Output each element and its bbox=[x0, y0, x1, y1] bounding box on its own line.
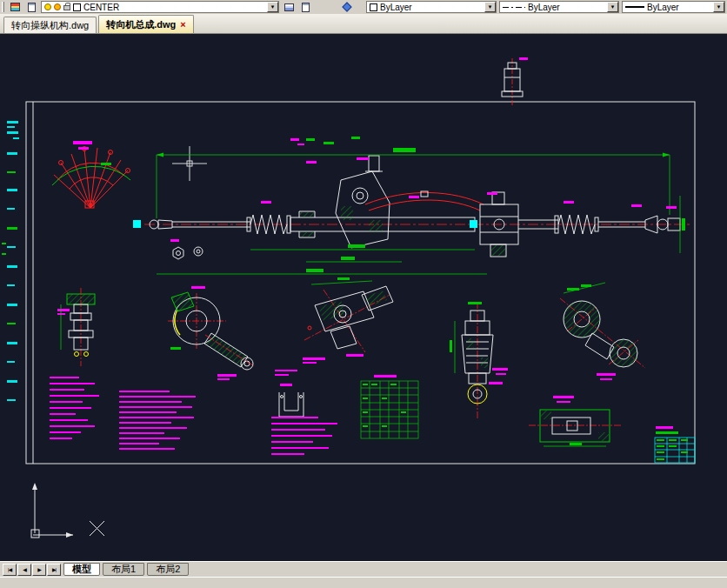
layout-tab-bar: |◀ ◀ ▶ ▶| 模型 布局1 布局2 bbox=[0, 561, 727, 577]
layer-sheet-icon bbox=[28, 3, 36, 12]
make-layer-current-button[interactable] bbox=[8, 1, 22, 13]
lineweight-dropdown-arrow-icon[interactable]: ▼ bbox=[713, 2, 724, 12]
status-bar bbox=[0, 577, 727, 588]
drawing-area[interactable] bbox=[0, 34, 727, 561]
lineweight-sample-icon bbox=[625, 6, 644, 8]
drawing-canvas[interactable] bbox=[0, 34, 727, 561]
layer-on-icon bbox=[44, 3, 51, 10]
linetype-dropdown-arrow-icon[interactable]: ▼ bbox=[607, 2, 618, 12]
layout2-tab[interactable]: 布局2 bbox=[147, 563, 189, 576]
layer-states-button[interactable] bbox=[298, 1, 312, 13]
file-tab-bar: 转向操纵机构.dwg 转向机总成.dwg × bbox=[0, 14, 727, 34]
file-tab-active[interactable]: 转向机总成.dwg × bbox=[98, 15, 194, 33]
diamond-icon bbox=[342, 2, 351, 11]
current-layer-name: CENTER bbox=[83, 3, 119, 12]
layers-icon bbox=[10, 3, 20, 11]
layer-properties-button[interactable] bbox=[24, 1, 38, 13]
layer-thaw-icon bbox=[54, 3, 61, 10]
file-tab-inactive[interactable]: 转向操纵机构.dwg bbox=[3, 17, 97, 33]
linetype-dropdown[interactable]: ByLayer ▼ bbox=[499, 1, 619, 13]
layer-stack-icon bbox=[284, 3, 294, 11]
current-color: ByLayer bbox=[380, 3, 412, 12]
next-tab-button[interactable]: ▶ bbox=[32, 564, 46, 576]
file-tab-label: 转向操纵机构.dwg bbox=[11, 19, 89, 32]
layer-dropdown[interactable]: CENTER ▼ bbox=[41, 1, 279, 13]
grip-point[interactable] bbox=[470, 220, 477, 228]
object-properties-toolbar: CENTER ▼ ByLayer ▼ ByLayer ▼ ByLayer ▼ bbox=[0, 0, 727, 14]
model-tab[interactable]: 模型 bbox=[63, 563, 100, 576]
last-tab-button[interactable]: ▶| bbox=[47, 564, 61, 576]
layout1-tab[interactable]: 布局1 bbox=[103, 563, 144, 576]
color-dropdown-arrow-icon[interactable]: ▼ bbox=[484, 2, 496, 12]
properties-button[interactable] bbox=[340, 1, 354, 13]
autocad-window: CENTER ▼ ByLayer ▼ ByLayer ▼ ByLayer ▼ 转… bbox=[0, 0, 727, 588]
sheet-icon bbox=[302, 3, 310, 12]
prev-tab-button[interactable]: ◀ bbox=[17, 564, 31, 576]
file-tab-label: 转向机总成.dwg bbox=[106, 18, 176, 31]
close-tab-icon[interactable]: × bbox=[180, 20, 185, 30]
layer-previous-button[interactable] bbox=[282, 1, 296, 13]
layer-dropdown-arrow-icon[interactable]: ▼ bbox=[267, 2, 278, 12]
layer-lock-icon bbox=[63, 5, 70, 10]
current-linetype: ByLayer bbox=[528, 3, 560, 12]
color-swatch bbox=[370, 3, 377, 11]
lineweight-dropdown[interactable]: ByLayer ▼ bbox=[622, 1, 725, 13]
first-tab-button[interactable]: |◀ bbox=[3, 564, 17, 576]
color-dropdown[interactable]: ByLayer ▼ bbox=[366, 1, 497, 13]
current-lineweight: ByLayer bbox=[647, 3, 679, 12]
grip-point[interactable] bbox=[133, 220, 141, 228]
model-space-background[interactable] bbox=[0, 34, 727, 561]
linetype-sample-icon bbox=[503, 7, 525, 8]
toolbar-drag-handle[interactable] bbox=[2, 2, 4, 12]
layer-color-chip bbox=[73, 3, 81, 11]
